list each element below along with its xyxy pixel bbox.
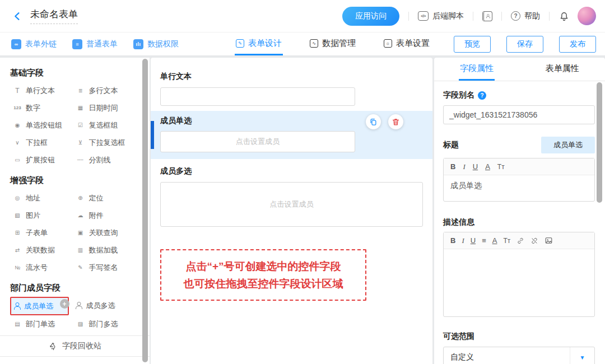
inspector-scrollbar[interactable] bbox=[597, 82, 602, 203]
bold-button[interactable]: B bbox=[450, 237, 455, 244]
sidebar-item-handwritten-signature[interactable]: ✎手写签名 bbox=[73, 259, 137, 276]
tab-normal-form[interactable]: ≡ 普通表单 bbox=[72, 32, 118, 55]
form-builder-app: 未命名表单 应用访问 </> 后端脚本 ? 帮助 ∞ 表单外链 ≡ 普通表单 bbox=[0, 0, 605, 364]
help-button[interactable]: ? 帮助 bbox=[511, 11, 540, 21]
avatar[interactable] bbox=[578, 7, 596, 25]
form-title[interactable]: 未命名表单 bbox=[30, 8, 78, 24]
preview-button[interactable]: 预览 bbox=[454, 36, 491, 53]
sidebar-item-positioning[interactable]: ⊕定位 bbox=[73, 189, 137, 207]
tab-form-settings[interactable]: ☼ 表单设置 bbox=[383, 32, 431, 55]
sidebar-item-data-loading[interactable]: ▥数据加载 bbox=[73, 241, 137, 259]
underline-button[interactable]: U bbox=[471, 237, 476, 244]
sidebar-item-multi-line-text[interactable]: ≡多行文本 bbox=[73, 82, 137, 99]
font-size-button[interactable]: Tт bbox=[503, 237, 510, 244]
sidebar-scrollbar[interactable] bbox=[142, 59, 148, 362]
delete-field-button[interactable] bbox=[388, 114, 403, 129]
italic-button[interactable]: I bbox=[462, 237, 464, 244]
sidebar-item-number[interactable]: 123数字 bbox=[10, 99, 73, 116]
canvas-field-single-line-text[interactable]: 单行文本 bbox=[151, 72, 432, 106]
recycle-label: 字段回收站 bbox=[62, 341, 101, 351]
field-type-chip: 成员单选 bbox=[541, 137, 595, 153]
unlink-button[interactable] bbox=[530, 237, 538, 245]
member-picker[interactable]: 点击设置成员 bbox=[160, 131, 355, 152]
sidebar-item-dropdown[interactable]: ∨下拉框 bbox=[10, 134, 73, 151]
backend-script-button[interactable]: </> 后端脚本 bbox=[418, 11, 464, 21]
copy-field-button[interactable] bbox=[366, 114, 381, 129]
contacts-button[interactable] bbox=[482, 11, 492, 21]
bold-button[interactable]: B bbox=[450, 163, 455, 170]
tab-field-properties[interactable]: 字段属性 bbox=[434, 58, 520, 81]
sidebar-item-single-line-text[interactable]: T单行文本 bbox=[10, 82, 73, 99]
dropdown-checkbox-icon: ⊻ bbox=[76, 139, 86, 146]
sidebar-item-dept-single-select[interactable]: ▤部门单选 bbox=[10, 315, 73, 333]
divider bbox=[549, 12, 550, 21]
hint-annotation: 点击“+”号可创建选中的控件字段 也可按住拖拽至控件字段设计区域 bbox=[160, 249, 366, 301]
sidebar-item-radio-group[interactable]: ◉单选按钮组 bbox=[10, 116, 73, 134]
trash-icon bbox=[392, 118, 400, 126]
notifications-button[interactable] bbox=[559, 11, 570, 22]
alias-input[interactable] bbox=[443, 105, 595, 124]
dropdown-icon: ∨ bbox=[12, 139, 22, 146]
title-editor: B I U A Tт 成员单选 bbox=[443, 158, 595, 202]
plus-badge[interactable]: + bbox=[60, 299, 69, 309]
canvas-field-member-single-select[interactable]: 成员单选 点击设置成员 bbox=[151, 111, 432, 159]
data-loading-icon: ▥ bbox=[76, 247, 86, 253]
font-size-button[interactable]: Tт bbox=[497, 164, 505, 170]
departments-icon: ▨ bbox=[76, 321, 86, 327]
canvas-field-member-multi-select[interactable]: 成员多选 点击设置成员 bbox=[151, 166, 432, 227]
sidebar-item-checkbox-group[interactable]: ☑复选框组 bbox=[73, 116, 137, 134]
sidebar-item-image[interactable]: ▧图片 bbox=[10, 207, 73, 224]
subform-icon: ⊞ bbox=[12, 230, 22, 236]
form-design-icon: ✎ bbox=[236, 39, 244, 48]
linked-data-icon: ⇄ bbox=[12, 247, 22, 253]
single-line-text-input[interactable] bbox=[160, 87, 355, 106]
sidebar-item-member-multi-select[interactable]: 成员多选 bbox=[73, 297, 137, 314]
caret-down-icon[interactable]: ▼ bbox=[570, 347, 594, 364]
app-access-button[interactable]: 应用访问 bbox=[342, 7, 399, 26]
align-button[interactable]: ≡ bbox=[482, 237, 486, 244]
tab-form-design[interactable]: ✎ 表单设计 bbox=[235, 32, 283, 55]
tab-data-permission[interactable]: ılı 数据权限 bbox=[133, 32, 179, 55]
field-library-sidebar: 基础字段 T单行文本 ≡多行文本 123数字 ▦日期时间 ◉单选按钮组 ☑复选框… bbox=[0, 58, 150, 364]
tab-label: 表单外链 bbox=[25, 39, 57, 49]
tab-form-external-link[interactable]: ∞ 表单外链 bbox=[11, 32, 57, 55]
sidebar-item-dropdown-multi[interactable]: ⊻下拉复选框 bbox=[73, 134, 137, 151]
sidebar-item-datetime[interactable]: ▦日期时间 bbox=[73, 99, 137, 116]
sidebar-item-extend-button[interactable]: ▭扩展按钮 bbox=[10, 151, 73, 169]
tab-data-management[interactable]: ∿ 数据管理 bbox=[309, 32, 357, 55]
back-button[interactable] bbox=[10, 9, 25, 24]
range-select[interactable]: 自定义 ▼ bbox=[443, 347, 595, 364]
help-circle-icon[interactable]: ? bbox=[478, 91, 486, 100]
dept-member-fields-grid: 成员单选 + 成员多选 ▤部门单选 ▨部门多选 bbox=[10, 297, 136, 333]
sidebar-item-serial-number[interactable]: №流水号 bbox=[10, 259, 73, 276]
sidebar-item-address[interactable]: ◎地址 bbox=[10, 189, 73, 207]
sidebar-item-linked-query[interactable]: ▣关联查询 bbox=[73, 224, 137, 241]
description-editor-content[interactable] bbox=[444, 249, 594, 316]
insert-image-button[interactable] bbox=[544, 236, 553, 245]
image-icon: ▧ bbox=[12, 212, 22, 218]
font-color-button[interactable]: A bbox=[485, 163, 490, 170]
member-picker[interactable]: 点击设置成员 bbox=[160, 182, 423, 227]
toolbar-actions: 预览 保存 发布 bbox=[454, 32, 596, 55]
toolbar: ∞ 表单外链 ≡ 普通表单 ılı 数据权限 ✎ 表单设计 ∿ 数据管理 ☼ 表… bbox=[0, 32, 605, 56]
serial-number-icon: № bbox=[12, 265, 22, 270]
sidebar-item-linked-data[interactable]: ⇄关联数据 bbox=[10, 241, 73, 259]
hint-line-1: 点击“+”号可创建选中的控件字段 bbox=[165, 258, 362, 275]
field-recycle-bin[interactable]: 字段回收站 bbox=[0, 335, 150, 357]
sidebar-item-member-single-select[interactable]: 成员单选 + bbox=[10, 297, 69, 315]
sidebar-item-divider-line[interactable]: ╌╌分割线 bbox=[73, 151, 137, 169]
publish-button[interactable]: 发布 bbox=[559, 36, 596, 53]
sidebar-item-attachment[interactable]: ☁附件 bbox=[73, 207, 137, 224]
link-button[interactable] bbox=[516, 237, 524, 245]
font-color-button[interactable]: A bbox=[492, 237, 497, 244]
title-label-row: 标题 成员单选 bbox=[443, 137, 595, 153]
save-button[interactable]: 保存 bbox=[506, 36, 543, 53]
crosshair-icon: ⊕ bbox=[76, 195, 86, 201]
title-editor-content[interactable]: 成员单选 bbox=[444, 175, 594, 201]
sidebar-item-subform[interactable]: ⊞子表单 bbox=[10, 224, 73, 241]
section-enhanced-fields: 增强字段 bbox=[10, 175, 136, 186]
tab-form-properties[interactable]: 表单属性 bbox=[520, 58, 605, 81]
sidebar-item-dept-multi-select[interactable]: ▨部门多选 bbox=[73, 315, 137, 333]
underline-button[interactable]: U bbox=[473, 163, 478, 170]
italic-button[interactable]: I bbox=[463, 163, 465, 170]
